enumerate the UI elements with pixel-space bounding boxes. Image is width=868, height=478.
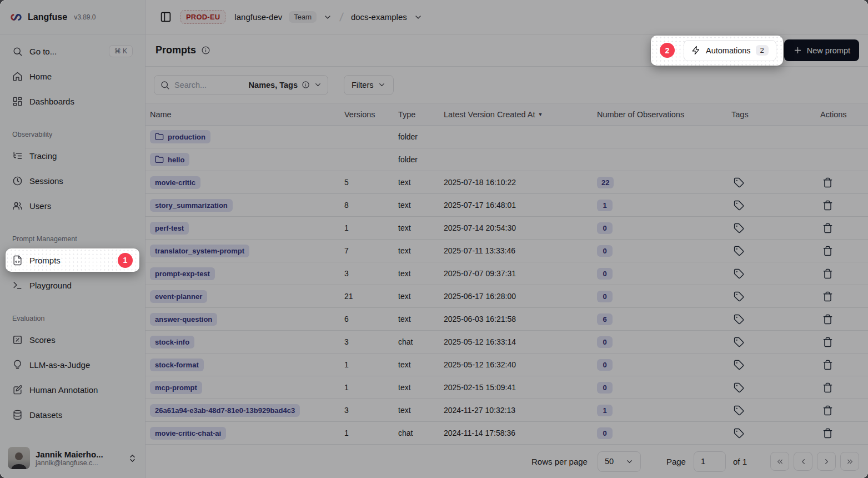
sidebar-item-dashboards[interactable]: Dashboards	[7, 91, 138, 111]
tag-button[interactable]	[731, 243, 746, 258]
last-page-button[interactable]	[840, 452, 859, 471]
cell-tags	[727, 335, 816, 350]
breadcrumb-separator: /	[338, 11, 345, 24]
column-header-type[interactable]: Type	[394, 110, 439, 119]
delete-button[interactable]	[820, 312, 835, 327]
section-evaluation: Evaluation	[7, 315, 138, 322]
delete-button[interactable]	[820, 243, 835, 258]
cell-versions: 6	[340, 315, 394, 323]
tag-button[interactable]	[731, 266, 746, 281]
delete-button[interactable]	[820, 266, 835, 281]
sidebar-item-users[interactable]: Users	[7, 196, 138, 216]
prev-page-button[interactable]	[794, 452, 812, 471]
observations-badge: 0	[597, 245, 613, 257]
prompt-name-badge[interactable]: 26a61a94-e3ab-48d7-81e0-13b929bad4c3	[150, 404, 300, 417]
tag-icon	[734, 405, 744, 416]
prompt-name-badge[interactable]: movie-critic	[150, 176, 200, 189]
column-header-name[interactable]: Name	[145, 110, 340, 119]
delete-button[interactable]	[820, 289, 835, 304]
delete-button[interactable]	[820, 221, 835, 236]
prompt-name-badge[interactable]: movie-critic-chat-ai	[150, 427, 226, 440]
cell-name: answer-question	[145, 313, 340, 326]
cell-actions	[816, 266, 868, 281]
prompt-name-badge[interactable]: prompt-exp-test	[150, 267, 215, 280]
delete-button[interactable]	[820, 335, 835, 350]
prompt-name-badge[interactable]: hello	[150, 153, 189, 166]
delete-button[interactable]	[820, 426, 835, 441]
cell-versions: 7	[340, 246, 394, 255]
scores-icon	[12, 335, 23, 345]
automations-button[interactable]: Automations 2	[684, 40, 776, 61]
tag-button[interactable]	[731, 221, 746, 236]
delete-button[interactable]	[820, 198, 835, 213]
tag-button[interactable]	[731, 335, 746, 350]
rows-per-page-select[interactable]: 50	[598, 451, 641, 472]
org-name[interactable]: langfuse-dev	[234, 12, 282, 22]
prompt-name-badge[interactable]: story_summarization	[150, 199, 233, 212]
tag-button[interactable]	[731, 357, 746, 372]
prompt-name-badge[interactable]: translator_system-prompt	[150, 245, 249, 257]
column-header-tags[interactable]: Tags	[727, 110, 816, 119]
tag-button[interactable]	[731, 380, 746, 395]
cell-observations: 1	[593, 405, 727, 416]
cell-tags	[727, 357, 816, 372]
sidebar-item-playground[interactable]: Playground	[7, 275, 138, 295]
sidebar-item-datasets[interactable]: Datasets	[7, 405, 138, 425]
org-switcher-chevron[interactable]	[323, 13, 332, 22]
next-page-button[interactable]	[817, 452, 836, 471]
sidebar-item-tracing[interactable]: Tracing	[7, 146, 138, 166]
new-prompt-button[interactable]: New prompt	[784, 39, 859, 61]
project-switcher-chevron[interactable]	[414, 13, 423, 22]
column-header-versions[interactable]: Versions	[340, 110, 394, 119]
prompt-name-badge[interactable]: perf-test	[150, 222, 189, 235]
prompt-name-badge[interactable]: stock-format	[150, 359, 204, 371]
sidebar-toggle-button[interactable]	[158, 9, 174, 25]
search-scope-selector[interactable]: Names, Tags	[249, 81, 322, 89]
prompt-name-badge[interactable]: mcp-prompt	[150, 381, 202, 394]
delete-button[interactable]	[820, 175, 835, 190]
cell-versions: 3	[340, 406, 394, 415]
search-input[interactable]	[174, 81, 244, 89]
sidebar-item-prompts[interactable]: Prompts 1	[6, 248, 139, 272]
tag-button[interactable]	[731, 198, 746, 213]
prompt-name-badge[interactable]: answer-question	[150, 313, 217, 326]
search-scope-label: Names, Tags	[249, 81, 298, 89]
delete-button[interactable]	[820, 357, 835, 372]
cell-type: chat	[394, 337, 439, 346]
tag-button[interactable]	[731, 426, 746, 441]
sidebar-item-human-annotation[interactable]: Human Annotation	[7, 380, 138, 400]
prompt-name-badge[interactable]: stock-info	[150, 336, 194, 348]
prompt-name: event-planner	[155, 292, 202, 301]
first-page-button[interactable]	[770, 452, 789, 471]
page-input[interactable]	[694, 451, 726, 472]
sidebar-item-home[interactable]: Home	[7, 66, 138, 86]
user-menu[interactable]: Jannik Maierho... jannik@langfuse.c...	[0, 440, 145, 478]
tag-button[interactable]	[731, 312, 746, 327]
sidebar-item-llm-judge[interactable]: LLM-as-a-Judge	[7, 355, 138, 375]
automations-label: Automations	[706, 46, 751, 55]
prompt-name-badge[interactable]: event-planner	[150, 290, 207, 303]
delete-button[interactable]	[820, 380, 835, 395]
table-header-row: Name Versions Type Latest Version Create…	[145, 103, 868, 126]
info-icon[interactable]	[201, 46, 210, 55]
cell-name: stock-info	[145, 336, 340, 348]
cell-versions: 3	[340, 337, 394, 346]
tag-button[interactable]	[731, 403, 746, 418]
cell-type: text	[394, 292, 439, 301]
delete-button[interactable]	[820, 403, 835, 418]
tag-button[interactable]	[731, 175, 746, 190]
trash-icon	[822, 177, 833, 188]
trash-icon	[822, 360, 833, 370]
prompt-name-badge[interactable]: production	[150, 130, 210, 143]
search-icon	[12, 46, 23, 57]
sidebar-item-goto[interactable]: Go to... ⌘ K	[7, 41, 138, 61]
tag-button[interactable]	[731, 289, 746, 304]
chevron-down-icon	[323, 13, 332, 22]
project-name[interactable]: docs-examples	[351, 12, 407, 22]
sidebar-item-sessions[interactable]: Sessions	[7, 171, 138, 191]
column-header-observations[interactable]: Number of Observations	[593, 110, 727, 119]
column-header-created[interactable]: Latest Version Created At▼	[439, 110, 593, 119]
cell-actions	[816, 335, 868, 350]
sidebar-item-scores[interactable]: Scores	[7, 330, 138, 350]
filters-button[interactable]: Filters	[344, 75, 394, 95]
